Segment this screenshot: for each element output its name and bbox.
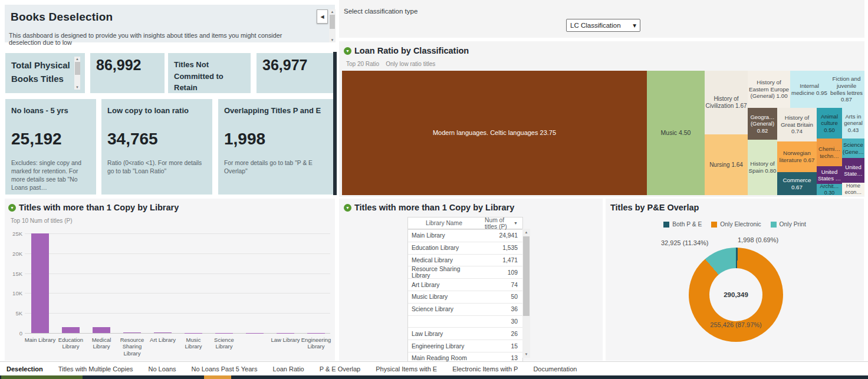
treemap-box-united-states[interactable]: United States … bbox=[817, 166, 842, 184]
card-scrollbar[interactable]: ▲ ▼ bbox=[74, 57, 80, 90]
table-row-science-library[interactable]: Science Library36 bbox=[408, 303, 522, 315]
cell-num-titles: 30 bbox=[480, 316, 522, 328]
scrollbar-thumb[interactable] bbox=[330, 15, 335, 29]
tab-no-loans[interactable]: No Loans bbox=[141, 365, 184, 373]
column-header-num-titles[interactable]: Num of titles (P) ▼ bbox=[480, 217, 522, 229]
kpi-not-committed-value-card: 36,977 bbox=[257, 53, 333, 93]
bar-art-library[interactable] bbox=[154, 332, 172, 333]
bar-medical-library[interactable] bbox=[93, 327, 110, 333]
table-scrollbar[interactable]: ▲ ▼ bbox=[522, 229, 530, 358]
kpi-total-physical-value-card: 86,992 bbox=[90, 53, 165, 93]
kpi-value: 86,992 bbox=[96, 57, 141, 74]
treemap-box-geogra-general-0-82[interactable]: Geogra… (General) 0.82 bbox=[748, 108, 777, 140]
kpi-overlap-card: Overlapping Titles P and E 1,998 For mor… bbox=[218, 99, 333, 195]
tab-electronic-items-with-p[interactable]: Electronic Items with P bbox=[445, 365, 525, 373]
sort-desc-icon[interactable]: ▼ bbox=[514, 221, 518, 225]
legend-label: Both P & E bbox=[672, 221, 702, 228]
treemap-box-history-of-spain-0-80[interactable]: History of Spain 0.80 bbox=[748, 140, 777, 195]
table-row-education-library[interactable]: Education Library1,535 bbox=[408, 242, 522, 254]
section-title-row: ▼ Titles with more than 1 Copy by Librar… bbox=[344, 203, 514, 212]
tab-p-e-overlap[interactable]: P & E Overlap bbox=[312, 365, 369, 373]
bar-resource-sharing-library[interactable] bbox=[123, 332, 141, 333]
donut-label-only-electronic: 255,426 (87.97%) bbox=[710, 321, 761, 328]
treemap-box-history-of-great-britain-0-74[interactable]: History of Great Britain 0.74 bbox=[777, 108, 817, 141]
scroll-down-icon[interactable]: ▼ bbox=[74, 85, 80, 90]
section-title: Titles with more than 1 Copy by Library bbox=[354, 203, 514, 212]
kpi-note: Ratio (0<ratio <1). For more details go … bbox=[107, 159, 205, 176]
legend-label: Only Electronic bbox=[720, 221, 761, 228]
donut-center-total: 290,349 bbox=[709, 268, 762, 321]
legend-item-only-electronic[interactable]: Only Electronic bbox=[711, 221, 761, 228]
treemap-box-history-of-eastern-europe-general-1-00[interactable]: History of Eastern Europe (General) 1.00 bbox=[748, 71, 790, 108]
section-title: Titles by P&E Overlap bbox=[610, 203, 699, 212]
treemap-box-archit-0-30[interactable]: Archit… 0.30 bbox=[817, 184, 842, 195]
treemap-box-music-4-50[interactable]: Music 4.50 bbox=[647, 71, 705, 195]
dashboard-description: This dashboard is designed to provide yo… bbox=[9, 32, 307, 46]
info-icon[interactable]: ▼ bbox=[344, 204, 351, 212]
legend-item-both-p-e[interactable]: Both P & E bbox=[663, 221, 702, 228]
treemap-box-internal-medicine-0-95[interactable]: Internal medicine 0.95 bbox=[790, 71, 828, 108]
table-row-law-library[interactable]: Law Library26 bbox=[408, 327, 522, 340]
classification-dropdown[interactable]: LC Classification ▾ bbox=[566, 19, 640, 32]
tab-physical-items-with-e[interactable]: Physical Items with E bbox=[368, 365, 445, 373]
treemap-box-chemi-techn[interactable]: Chemi… techn… bbox=[817, 139, 842, 166]
table-row-medical-library[interactable]: Medical Library1,471 bbox=[408, 254, 522, 266]
table-row-blank[interactable]: 30 bbox=[408, 315, 522, 328]
bar-main-library[interactable] bbox=[31, 233, 49, 333]
column-header-library-name[interactable]: Library Name bbox=[408, 217, 480, 229]
collapse-left-button[interactable]: ◀ bbox=[317, 9, 328, 24]
cell-num-titles: 15 bbox=[480, 340, 522, 352]
tab-deselection[interactable]: Deselection bbox=[6, 365, 51, 373]
chevron-down-icon: ▾ bbox=[633, 21, 636, 29]
tab-documentation[interactable]: Documentation bbox=[525, 365, 584, 373]
kpi-not-committed-label-card: Titles Not Committed to Retain bbox=[168, 53, 251, 93]
scroll-up-icon[interactable]: ▲ bbox=[329, 9, 336, 14]
table-row-music-library[interactable]: Music Library50 bbox=[408, 291, 522, 303]
cell-library-name: Medical Library bbox=[408, 255, 480, 266]
info-icon[interactable]: ▼ bbox=[344, 47, 351, 55]
treemap-box-arts-in-general-0-43[interactable]: Arts in general 0.43 bbox=[842, 108, 864, 139]
treemap-box-nursing-1-64[interactable]: Nursing 1.64 bbox=[705, 134, 748, 195]
treemap-box-fiction-and-juvenile-belles-lettres-0-87[interactable]: Fiction and juvenile belles lettres 0.87 bbox=[828, 71, 864, 108]
table-row-resource-sharing-library[interactable]: Resource Sharing Library109 bbox=[408, 266, 522, 278]
scrollbar-thumb[interactable] bbox=[523, 236, 530, 316]
table-row-main-library[interactable]: Main Library24,941 bbox=[408, 229, 522, 242]
treemap-box-commerce-0-67[interactable]: Commerce 0.67 bbox=[777, 172, 817, 195]
legend-item-only-print[interactable]: Only Print bbox=[771, 221, 806, 228]
scroll-down-icon[interactable]: ▼ bbox=[329, 38, 336, 42]
loan-ratio-panel: ▼ Loan Ratio by Classification Top 20 Ra… bbox=[339, 41, 864, 197]
y-tick-10K: 10K bbox=[5, 290, 22, 296]
donut-panel: Titles by P&E Overlap Both P & EOnly Ele… bbox=[606, 199, 864, 361]
classification-label: Select classification type bbox=[344, 8, 417, 15]
dropdown-value: LC Classification bbox=[570, 22, 621, 29]
cell-num-titles: 26 bbox=[480, 328, 522, 340]
left-arrow-icon: ◀ bbox=[320, 14, 324, 19]
treemap-box-home-econ[interactable]: Home econ… bbox=[842, 183, 864, 195]
strip-segment-1 bbox=[204, 375, 231, 379]
treemap-box-united-state[interactable]: United State… bbox=[842, 158, 864, 183]
treemap-box-modern-languages-celtic-languages-23-75[interactable]: Modern languages. Celtic languages 23.75 bbox=[342, 71, 647, 195]
donut-label-only-print: 32,925 (11.34%) bbox=[661, 239, 709, 246]
bar-education-library[interactable] bbox=[62, 327, 80, 333]
tab-loan-ratio[interactable]: Loan Ratio bbox=[265, 365, 312, 373]
collapsed-panel-handle[interactable] bbox=[333, 52, 337, 195]
treemap-box-animal-culture-0-50[interactable]: Animal culture 0.50 bbox=[817, 108, 842, 139]
tab-no-loans-past-5-years[interactable]: No Loans Past 5 Years bbox=[184, 365, 265, 373]
treemap-box-norwegian-literature-0-67[interactable]: Norwegian literature 0.67 bbox=[777, 141, 817, 172]
x-label-resource-sharing-library: Resource Sharing Library bbox=[116, 337, 148, 357]
tab-titles-with-multiple-copies[interactable]: Titles with Multiple Copies bbox=[51, 365, 141, 373]
x-label-education-library: Education Library bbox=[55, 337, 87, 350]
treemap-box-science-gene[interactable]: Science (Gene… bbox=[842, 139, 864, 158]
scroll-down-icon[interactable]: ▼ bbox=[522, 352, 530, 357]
sheet-tab-bar: DeselectionTitles with Multiple CopiesNo… bbox=[0, 361, 868, 375]
kpi-label: Titles Not Committed to Retain bbox=[174, 59, 245, 94]
table-row-engineering-library[interactable]: Engineering Library15 bbox=[408, 340, 522, 352]
table-row-art-library[interactable]: Art Library74 bbox=[408, 278, 522, 291]
scroll-up-icon[interactable]: ▲ bbox=[522, 230, 530, 235]
header-scrollbar[interactable]: ▲ ▼ bbox=[329, 9, 336, 42]
scroll-up-icon[interactable]: ▲ bbox=[74, 57, 80, 61]
x-label-music-library: Music Library bbox=[177, 337, 209, 350]
treemap-box-history-of-civilization-1-67[interactable]: History of Civilization 1.67 bbox=[705, 71, 748, 134]
scrollbar-thumb[interactable] bbox=[75, 62, 80, 75]
cell-library-name: Art Library bbox=[408, 279, 480, 291]
